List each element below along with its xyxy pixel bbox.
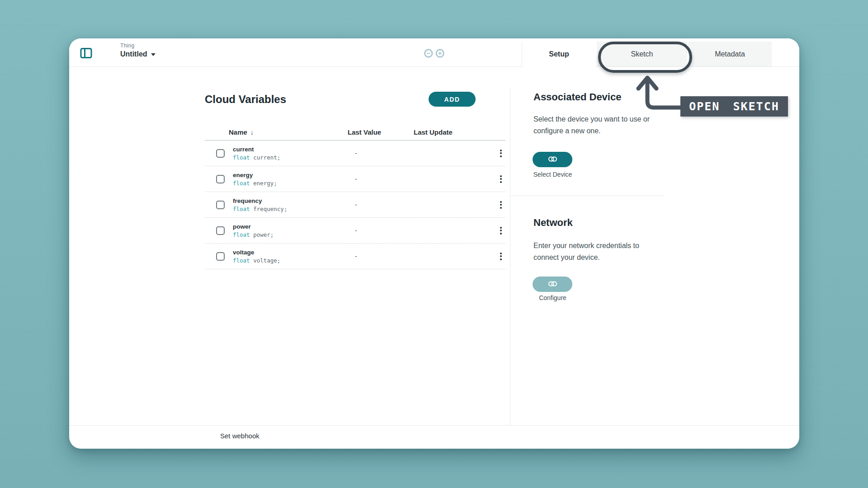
select-device-label: Select Device [524, 171, 581, 178]
last-value: - [348, 175, 414, 183]
desktop-background: Thing Untitled Setup Sketch Metadata [0, 0, 868, 488]
variable-declaration: float voltage; [233, 257, 348, 264]
variable-name: voltage [233, 249, 348, 256]
tab-metadata[interactable]: Metadata [688, 42, 772, 67]
configure-network-label: Configure [524, 294, 581, 301]
section-divider [510, 196, 665, 196]
configure-network-button[interactable] [533, 277, 572, 292]
variable-name: power [233, 223, 348, 230]
last-value: - [348, 227, 414, 234]
link-icon [548, 281, 557, 288]
tab-setup[interactable]: Setup [522, 42, 596, 67]
select-device-button[interactable] [533, 152, 572, 167]
link-icon [548, 156, 557, 163]
open-sketch-callout: OPEN SKETCH [680, 96, 788, 117]
last-value: - [348, 201, 414, 208]
variable-declaration: float frequency; [233, 205, 348, 213]
row-menu-button[interactable] [496, 173, 505, 186]
table-row[interactable]: power float power; - [205, 218, 505, 244]
footer-divider [69, 425, 799, 426]
row-checkbox[interactable] [216, 252, 225, 261]
table-header-row: Name ↓ Last Value Last Update [205, 124, 505, 141]
add-variable-button[interactable]: ADD [429, 92, 476, 107]
variable-declaration: float energy; [233, 179, 348, 187]
row-menu-button[interactable] [496, 198, 505, 211]
row-menu-button[interactable] [496, 250, 505, 263]
row-checkbox[interactable] [216, 175, 225, 183]
network-title: Network [533, 217, 573, 229]
last-value: - [348, 150, 414, 157]
chevron-down-icon [151, 53, 156, 56]
variable-declaration: float current; [233, 154, 348, 161]
row-menu-button[interactable] [496, 147, 505, 160]
column-header-last-value: Last Value [348, 128, 414, 136]
page-title: Cloud Variables [205, 93, 286, 106]
panel-divider [510, 87, 510, 425]
column-header-name[interactable]: Name ↓ [229, 128, 348, 136]
associated-device-title: Associated Device [533, 91, 621, 103]
network-description: Enter your network credentials to connec… [533, 240, 656, 263]
column-header-last-update: Last Update [414, 128, 491, 136]
sort-descending-icon: ↓ [250, 129, 254, 136]
thing-name: Untitled [120, 50, 147, 58]
panel-left-icon [80, 54, 92, 61]
row-menu-button[interactable] [496, 224, 505, 237]
row-checkbox[interactable] [216, 226, 225, 235]
variable-name: energy [233, 171, 348, 179]
sidebar-toggle-button[interactable] [80, 47, 92, 59]
thing-label: Thing [120, 42, 156, 49]
table-row[interactable]: frequency float frequency; - [205, 192, 505, 218]
table-row[interactable]: current float current; - [205, 141, 505, 166]
row-checkbox[interactable] [216, 201, 225, 209]
variable-name: frequency [233, 197, 348, 205]
row-checkbox[interactable] [216, 149, 225, 158]
last-value: - [348, 253, 414, 260]
variable-name: current [233, 145, 348, 153]
variable-declaration: float power; [233, 231, 348, 239]
tab-sketch[interactable]: Sketch [597, 42, 687, 67]
open-sketch-label: OPEN SKETCH [689, 100, 779, 113]
table-row[interactable]: voltage float voltage; - [205, 244, 505, 269]
thing-name-dropdown[interactable]: Thing Untitled [120, 42, 156, 58]
arduino-infinity-logo-icon [424, 48, 445, 60]
table-row[interactable]: energy float energy; - [205, 166, 505, 192]
variables-table: Name ↓ Last Value Last Update current fl… [205, 124, 505, 269]
thing-window: Thing Untitled Setup Sketch Metadata [69, 38, 799, 449]
set-webhook-link[interactable]: Set webhook [220, 432, 259, 440]
associated-device-description: Select the device you want to use or con… [533, 113, 656, 137]
